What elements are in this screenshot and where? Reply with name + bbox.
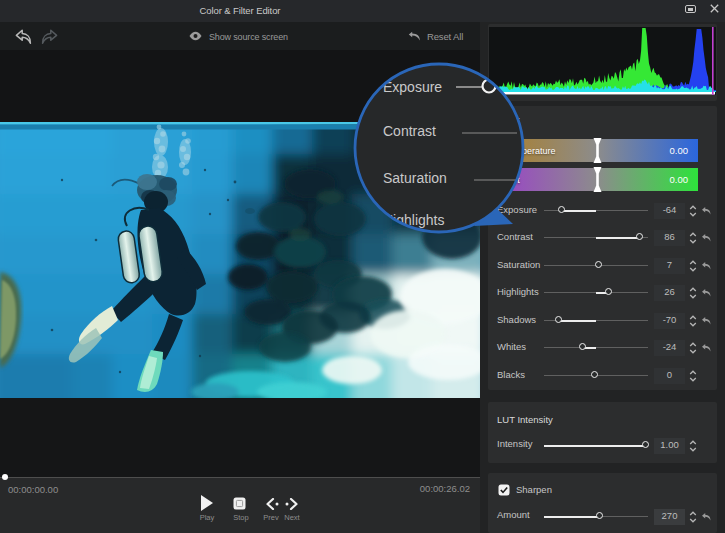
- svg-text:Contrast: Contrast: [383, 123, 436, 139]
- svg-text:Highlights: Highlights: [383, 212, 444, 228]
- svg-text:Exposure: Exposure: [383, 79, 442, 95]
- svg-text:Saturation: Saturation: [383, 170, 447, 186]
